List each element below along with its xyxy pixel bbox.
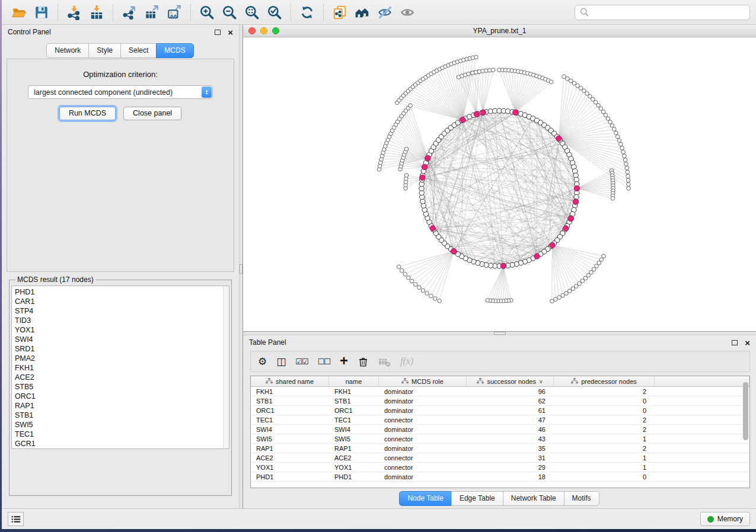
table-panel: Table Panel × ⚙◫☑☑☐☐+f(x) shared namenam… [243,335,756,508]
toolbar-separator [291,4,291,21]
table-row[interactable]: STB1STB1dominator620 [251,396,749,406]
maximize-window-icon[interactable] [272,27,279,34]
export-network-button[interactable] [118,2,141,23]
export-image-button[interactable] [163,2,186,23]
cell: dominator [379,472,467,481]
vertical-splitter[interactable] [239,25,243,508]
tab-style[interactable]: Style [88,43,121,58]
table-row[interactable]: YOX1YOX1connector291 [251,463,749,472]
criterion-selected-value: largest connected component (undirected) [34,88,173,97]
column-header-successor-nodes[interactable]: successor nodes∨ [467,376,554,386]
list-item[interactable]: ACE2 [15,373,222,382]
close-table-panel-icon[interactable]: × [745,338,750,347]
tab-select[interactable]: Select [120,43,157,58]
refresh-button[interactable] [296,2,318,23]
tab-motifs[interactable]: Motifs [564,491,599,506]
status-menu-button[interactable] [8,512,24,526]
list-item[interactable]: RAP1 [15,401,222,411]
cell: SWI4 [251,425,329,434]
table-row[interactable]: RAP1RAP1dominator352 [251,444,749,453]
column-settings-icon[interactable]: ⚙ [258,357,267,367]
close-panel-icon[interactable]: × [228,28,233,37]
deselect-all-icon[interactable]: ☐☐ [318,358,330,366]
list-item[interactable]: STB1 [15,411,222,420]
save-button[interactable] [30,2,53,23]
list-item[interactable]: SRD1 [15,344,222,354]
float-table-panel-icon[interactable] [732,340,738,345]
cell-filler [655,406,749,415]
table-row[interactable]: SWI4SWI4dominator462 [251,425,749,434]
column-header-name[interactable]: name [329,376,379,386]
column-header-mcds-role[interactable]: MCDS role [379,376,467,386]
list-item[interactable]: ORC1 [15,392,222,401]
list-item[interactable]: SWI4 [15,335,222,344]
list-item[interactable]: PMA2 [15,354,222,363]
cell: 1 [554,434,655,443]
clone-network-button[interactable] [328,2,351,23]
list-item[interactable]: CAR1 [15,297,222,306]
import-table-button[interactable] [85,2,108,23]
table-row[interactable]: PHD1PHD1dominator180 [251,472,749,482]
delete-selected-icon[interactable] [358,356,369,367]
list-item[interactable]: PHD1 [15,287,222,297]
search-input[interactable] [592,8,745,17]
open-button[interactable] [8,2,30,23]
close-panel-button[interactable]: Close panel [123,107,181,120]
zoom-selected-button[interactable] [263,2,286,23]
table-row[interactable]: SWI5SWI5connector431 [251,434,749,444]
export-table-button[interactable] [141,2,163,23]
cell: dominator [379,396,467,405]
cell: ORC1 [251,406,329,415]
run-mcds-button[interactable]: Run MCDS [59,107,116,120]
table-row[interactable]: FKH1FKH1dominator962 [251,387,749,396]
zoom-out-button[interactable] [218,2,241,23]
list-item[interactable]: STP4 [15,306,222,316]
table-row[interactable]: ACE2ACE2connector311 [251,453,749,463]
table-toolbar: ⚙◫☑☑☐☐+f(x) [250,351,750,372]
first-neighbors-button[interactable] [351,2,374,23]
network-canvas[interactable] [243,37,756,331]
list-item[interactable]: SWI5 [15,420,222,430]
table-row[interactable]: TEC1TEC1connector472 [251,415,749,425]
table-scrollbar-thumb[interactable] [743,382,748,440]
table-header-row: shared namenameMCDS rolesuccessor nodes∨… [251,376,749,387]
search-box[interactable] [575,5,750,20]
zoom-fit-button[interactable] [241,2,263,23]
minimize-window-icon[interactable] [260,27,267,34]
table-row[interactable]: ORC1ORC1dominator610 [251,406,749,415]
split-panel-icon[interactable]: ◫ [276,357,286,367]
save-icon [34,5,49,20]
delete-table-icon [378,357,391,367]
list-item[interactable]: TID3 [15,316,222,325]
add-column-icon[interactable]: + [340,354,348,368]
attribute-type-icon [266,378,273,385]
close-window-icon[interactable] [248,27,256,34]
attribute-type-icon [401,378,409,385]
hide-selected-button[interactable] [374,2,396,23]
mcds-list-scrollbar[interactable] [223,286,229,448]
column-header-shared-name[interactable]: shared name [251,376,329,386]
tab-mcds[interactable]: MCDS [156,43,193,58]
float-panel-icon[interactable] [215,30,221,35]
list-item[interactable]: TEC1 [15,430,222,439]
column-header-predecessor-nodes[interactable]: predecessor nodes [554,376,655,386]
import-network-button[interactable] [63,2,85,23]
select-all-icon[interactable]: ☑☑ [295,358,308,366]
tab-node-table[interactable]: Node Table [399,491,452,506]
vertical-splitter-handle[interactable] [240,264,243,274]
list-item[interactable]: FKH1 [15,363,222,373]
show-all-button[interactable] [396,2,419,23]
tab-network[interactable]: Network [46,43,89,58]
list-item[interactable]: YOX1 [15,325,222,335]
criterion-select[interactable]: largest connected component (undirected)… [28,85,213,99]
zoom-in-button[interactable] [196,2,218,23]
memory-button[interactable]: Memory [700,512,750,526]
horizontal-splitter[interactable] [243,331,756,335]
tab-edge-table[interactable]: Edge Table [451,491,503,506]
network-graph[interactable] [243,37,756,331]
list-item[interactable]: STB5 [15,382,222,392]
tab-network-table[interactable]: Network Table [503,491,564,506]
cell: STB1 [329,396,379,405]
horizontal-splitter-handle[interactable] [494,332,506,335]
list-item[interactable]: GCR1 [15,439,222,448]
